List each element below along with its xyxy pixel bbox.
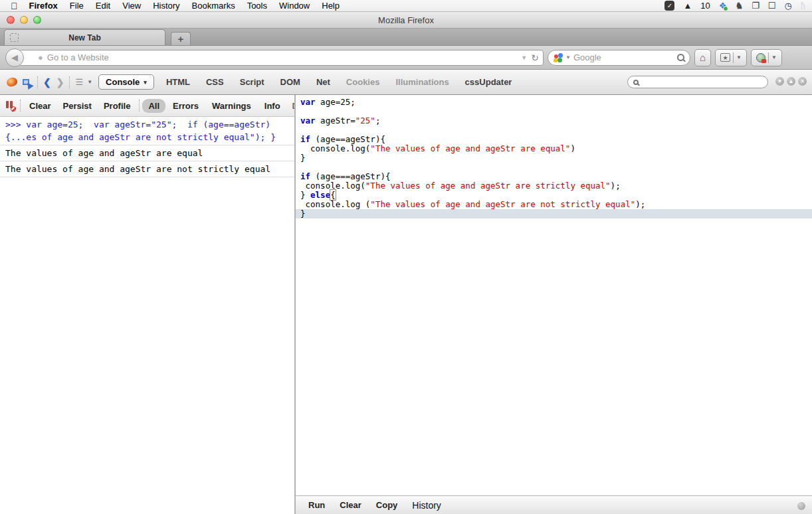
new-tab-button[interactable]: + xyxy=(171,32,191,45)
filter-info-button[interactable]: Info xyxy=(258,99,286,113)
history-forward-icon[interactable]: ❯ xyxy=(56,77,64,88)
console-action-buttons: ClearPersistProfile xyxy=(23,99,136,113)
adobe-updater-icon[interactable]: ▲ xyxy=(683,1,692,11)
code-line: console.log("The values of age and ageSt… xyxy=(296,144,812,153)
search-bar[interactable]: ▼ Google xyxy=(548,50,690,66)
search-placeholder-text[interactable]: Google xyxy=(573,52,674,62)
clear-button[interactable]: Clear xyxy=(23,99,57,113)
menu-help[interactable]: Help xyxy=(316,1,346,11)
home-button[interactable]: ⌂ xyxy=(694,49,711,66)
filter-debug-info-clipped[interactable]: Debug Info xyxy=(286,99,294,113)
firebug-tab-cookies[interactable]: Cookies xyxy=(338,77,388,87)
panel-list-icon[interactable]: ☰ xyxy=(75,77,82,87)
traffic-lights xyxy=(7,16,41,24)
bookmark-star-icon: ★ xyxy=(720,53,730,62)
firebug-tab-illuminations[interactable]: Illuminations xyxy=(387,77,457,87)
zoom-window-button[interactable] xyxy=(33,16,41,24)
firebug-search-input[interactable] xyxy=(627,76,768,88)
command-editor[interactable]: var age=25; var ageStr="25"; if (age==ag… xyxy=(296,95,812,495)
dropbox-icon[interactable]: ❖ xyxy=(719,1,727,11)
command-bar-circle-icon[interactable] xyxy=(797,502,805,510)
reload-icon[interactable]: ↻ xyxy=(531,52,539,63)
filter-all-button[interactable]: All xyxy=(142,99,165,113)
break-on-errors-icon[interactable] xyxy=(5,101,15,110)
code-token: console.log( xyxy=(300,143,370,153)
back-button[interactable]: ◀ xyxy=(5,48,24,67)
firebug-main-area: ClearPersistProfile AllErrorsWarningsInf… xyxy=(0,95,812,514)
code-token: (age===ageStr){ xyxy=(310,171,390,181)
toolbar-separator xyxy=(139,100,140,112)
run-command-button[interactable]: Run xyxy=(302,499,331,511)
firebug-tab-cssupdater[interactable]: cssUpdater xyxy=(457,77,520,87)
firebug-tab-script[interactable]: Script xyxy=(232,77,272,87)
menu-file[interactable]: File xyxy=(64,1,90,11)
firebug-search-magnifier-icon xyxy=(633,80,639,85)
bookmarks-dropdown-icon: ▼ xyxy=(736,54,742,60)
bookmarks-button[interactable]: ★ ▼ xyxy=(715,49,747,66)
firebug-tab-html[interactable]: HTML xyxy=(158,77,198,87)
menu-firefox[interactable]: Firefox xyxy=(23,1,64,11)
firebug-tab-dom[interactable]: DOM xyxy=(272,77,308,87)
console-output-list[interactable]: >>> var age=25; var ageStr="25"; if (age… xyxy=(0,117,294,514)
firebug-tab-console[interactable]: Console▾ xyxy=(98,74,154,90)
firebug-minimize-button[interactable]: ▼ xyxy=(775,77,784,86)
apple-menu-icon[interactable]:  xyxy=(11,1,18,11)
check-badge-icon[interactable]: ✓ xyxy=(664,1,674,11)
navigation-toolbar: ◀ ● Go to a Website ▼ ↻ ▼ Google ⌂ ★ ▼ ▼ xyxy=(0,46,812,70)
firebug-tab-net[interactable]: Net xyxy=(308,77,338,87)
search-engine-dropdown-icon[interactable]: ▼ xyxy=(565,54,571,60)
firebug-close-button[interactable]: ✕ xyxy=(798,77,807,86)
filter-warnings-button[interactable]: Warnings xyxy=(206,99,257,113)
minimize-window-button[interactable] xyxy=(20,16,28,24)
console-entry-line: The values of age and ageStr are not str… xyxy=(5,163,289,175)
code-line: var age=25; xyxy=(296,98,812,107)
clear-command-button[interactable]: Clear xyxy=(334,499,367,511)
profile-button[interactable]: Profile xyxy=(98,99,136,113)
inspect-element-icon[interactable] xyxy=(23,78,32,87)
display-icon[interactable]: ☐ xyxy=(768,1,776,11)
history-back-icon[interactable]: ❮ xyxy=(43,77,51,88)
firebug-detach-button[interactable]: ▲ xyxy=(787,77,795,86)
filter-errors-button[interactable]: Errors xyxy=(167,99,205,113)
tab-new-tab[interactable]: New Tab xyxy=(4,29,165,45)
menu-history[interactable]: History xyxy=(147,1,185,11)
tab-caret-icon: ▾ xyxy=(144,79,147,86)
extension-button[interactable]: ▼ xyxy=(751,49,782,66)
code-line xyxy=(296,163,812,172)
search-magnifier-icon[interactable] xyxy=(677,54,684,61)
url-bar[interactable]: ● Go to a Website ▼ ↻ xyxy=(19,50,544,66)
command-bar: RunClearCopy History xyxy=(296,495,812,514)
console-entry-log: The values of age and ageStr are not str… xyxy=(0,161,294,177)
persist-button[interactable]: Persist xyxy=(57,99,98,113)
menu-tools[interactable]: Tools xyxy=(241,1,273,11)
window-titlebar[interactable]: Mozilla Firefox xyxy=(0,12,812,29)
menu-edit[interactable]: Edit xyxy=(90,1,116,11)
evernote-icon[interactable]: ♞ xyxy=(735,1,743,11)
close-window-button[interactable] xyxy=(7,16,15,24)
code-line: console.log("The values of age and ageSt… xyxy=(296,181,812,191)
console-entry-line: {...es of age and ageStr are not strictl… xyxy=(5,131,289,143)
history-button[interactable]: History xyxy=(406,499,447,512)
menu-view[interactable]: View xyxy=(116,1,147,11)
button-divider xyxy=(768,52,769,63)
code-line: if (age==ageStr){ xyxy=(296,135,812,144)
tab-label: New Tab xyxy=(68,33,100,43)
panel-list-dropdown-icon[interactable]: ▼ xyxy=(87,79,92,85)
site-identity-globe-icon[interactable]: ● xyxy=(38,52,43,62)
bluetooth-icon[interactable]: ᚢ xyxy=(801,1,805,11)
copy-command-button[interactable]: Copy xyxy=(370,499,404,511)
google-logo-icon[interactable] xyxy=(554,53,563,62)
menu-window[interactable]: Window xyxy=(273,1,316,11)
url-placeholder-text[interactable]: Go to a Website xyxy=(47,52,517,62)
window-switch-icon[interactable]: ❐ xyxy=(752,1,760,11)
console-entry-line: >>> var age=25; var ageStr="25"; if (age… xyxy=(5,118,289,131)
code-token: ; xyxy=(375,116,381,126)
url-history-dropdown-icon[interactable]: ▼ xyxy=(521,54,527,61)
code-token: age=25; xyxy=(316,97,355,107)
firebug-icon[interactable] xyxy=(7,78,17,86)
tab-strip: New Tab + xyxy=(0,29,812,46)
toolbar-separator xyxy=(37,76,38,88)
firebug-tab-css[interactable]: CSS xyxy=(198,77,232,87)
time-machine-icon[interactable]: ◷ xyxy=(784,1,791,11)
menu-bookmarks[interactable]: Bookmarks xyxy=(186,1,241,11)
